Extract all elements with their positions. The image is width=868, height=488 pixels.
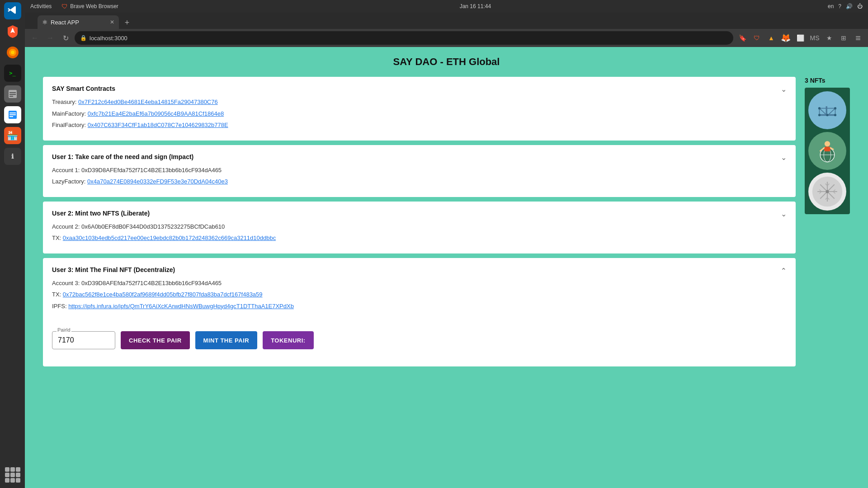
nav-right-icons: 🔖 🛡 ▲ 🦊 ⬜ MS ★ ⊞ ≡ — [736, 32, 864, 44]
svg-point-23 — [834, 114, 836, 116]
ext5-icon[interactable]: ⊞ — [837, 32, 850, 44]
svg-point-19 — [818, 107, 821, 109]
user1-lazy-factory-row: LazyFactory: 0x4a70a274E0894e0332eFD9F53… — [52, 177, 787, 186]
brave-icon[interactable] — [4, 23, 21, 40]
browser-chrome: ⚛ React APP ✕ + ← → ↻ 🔒 localhost:3000 🔖… — [25, 13, 868, 47]
active-tab[interactable]: ⚛ React APP ✕ — [38, 15, 119, 29]
nav-back-button[interactable]: ← — [28, 32, 41, 44]
main-factory-label: MainFactory: — [52, 110, 86, 117]
vscode-icon[interactable] — [4, 2, 21, 19]
smart-contracts-title: SAY Smart Contracts — [52, 85, 787, 92]
treasury-address[interactable]: 0x7F212c64ed0Be4681E4eba14815Fa29047380C… — [78, 99, 218, 105]
topbar-datetime: Jan 16 11:44 — [123, 3, 828, 9]
info-icon[interactable]: ℹ — [4, 148, 21, 165]
svg-rect-5 — [9, 94, 16, 95]
user2-account-label: Account 2: 0x6A0b0EF8dB0F344D0d3D1375232… — [52, 223, 225, 230]
ext3-icon[interactable]: MS — [808, 32, 821, 44]
address-text: localhost:3000 — [90, 35, 127, 42]
topbar-power[interactable]: ⏻ — [857, 3, 863, 9]
svg-rect-4 — [9, 92, 16, 93]
nft-images-container — [805, 88, 850, 214]
svg-point-2 — [11, 51, 14, 54]
final-factory-address[interactable]: 0x407C633F34CfF1ab18dC078C7e104629832b77… — [88, 122, 228, 128]
user3-card: User 3: Mint The Final NFT (Decentralize… — [43, 258, 796, 367]
writer-icon[interactable] — [4, 106, 21, 123]
ubuntu-icon[interactable]: 🏪 — [4, 127, 21, 144]
nav-bar: ← → ↻ 🔒 localhost:3000 🔖 🛡 ▲ 🦊 ⬜ MS ★ ⊞ … — [25, 29, 868, 47]
tokenuri-button[interactable]: TOKENURI: — [263, 331, 313, 349]
user1-lazy-address[interactable]: 0x4a70a274E0894e0332eFD9F53e3e70DdA04c40… — [87, 178, 228, 185]
ext2-icon[interactable]: ⬜ — [794, 32, 807, 44]
user2-tx-address[interactable]: 0xaa30c103b4edb5cd217ee00ec19ebdc82b0b17… — [63, 235, 276, 241]
user3-account-label: Account 3: 0xD39D8AFEfda752f71C4B2E13bb6… — [52, 280, 222, 286]
user3-tx-label: TX: — [52, 291, 61, 298]
ext4-icon[interactable]: ★ — [823, 32, 835, 44]
treasury-row: Treasury: 0x7F212c64ed0Be4681E4eba14815F… — [52, 98, 787, 107]
tab-favicon: ⚛ — [42, 19, 48, 26]
lock-icon: 🔒 — [80, 35, 87, 41]
svg-rect-8 — [9, 113, 16, 113]
input-section: PairId CHECK THE PAIR MINT THE PAIR TOKE… — [52, 331, 787, 349]
user3-ipfs-row: IPFS: https://ipfs.infura.io/ipfs/QmTrY6… — [52, 302, 787, 311]
svg-point-22 — [818, 114, 821, 116]
user1-chevron[interactable]: ⌄ — [781, 153, 787, 162]
brave-label: 🛡 Brave Web Browser — [57, 3, 123, 10]
user3-tx-address[interactable]: 0x72bac562f8e1ce4ba580f2af9689f4dd05bfb2… — [63, 291, 263, 298]
nav-refresh-button[interactable]: ↻ — [59, 32, 72, 44]
activities-label[interactable]: Activities — [25, 3, 57, 9]
address-bar[interactable]: 🔒 localhost:3000 — [75, 31, 733, 45]
user3-chevron[interactable]: ⌄ — [781, 266, 787, 275]
page-title: SAY DAO - ETH Global — [43, 56, 850, 68]
smart-contracts-chevron[interactable]: ⌄ — [781, 85, 787, 94]
user3-ipfs-url[interactable]: https://ipfs.infura.io/ipfs/QmTrY6AiXcKA… — [68, 303, 294, 310]
terminal-icon[interactable]: >_ — [4, 65, 21, 82]
menu-icon[interactable]: ≡ — [852, 32, 864, 44]
nft-2-image — [808, 132, 846, 170]
bookmark-icon[interactable]: 🔖 — [736, 32, 749, 44]
user1-card: User 1: Take care of the need and sign (… — [43, 145, 796, 197]
main-factory-address[interactable]: 0xfc7b21Ea4E2baEf6a7b09056c4B9AA81Cf1864… — [88, 110, 224, 117]
firefox-icon[interactable] — [4, 44, 21, 61]
files-icon[interactable] — [4, 85, 21, 103]
tab-label: React APP — [51, 19, 79, 26]
svg-rect-13 — [826, 106, 828, 114]
user3-tx-row: TX: 0x72bac562f8e1ce4ba580f2af9689f4dd05… — [52, 290, 787, 299]
user2-account-row: Account 2: 0x6A0b0EF8dB0F344D0d3D1375232… — [52, 222, 787, 231]
user1-lazy-label: LazyFactory: — [52, 178, 85, 185]
topbar-volume[interactable]: 🔊 — [846, 3, 853, 9]
svg-rect-29 — [824, 146, 830, 151]
user2-card: User 2: Mint two NFTS (Liberate) ⌄ Accou… — [43, 202, 796, 253]
mint-pair-button[interactable]: MINT THE PAIR — [195, 331, 258, 349]
user1-account-label: Account 1: 0xD39D8AFEfda752f71C4B2E13bb6… — [52, 167, 222, 174]
grid-button[interactable] — [4, 466, 21, 483]
nft-count-label: 3 NFTs — [805, 77, 850, 84]
nav-forward-button[interactable]: → — [44, 32, 57, 44]
check-pair-button[interactable]: CHECK THE PAIR — [121, 331, 190, 349]
user3-account-row: Account 3: 0xD39D8AFEfda752f71C4B2E13bb6… — [52, 279, 787, 288]
pair-id-wrapper: PairId — [52, 331, 115, 349]
user3-title: User 3: Mint The Final NFT (Decentralize… — [52, 266, 787, 273]
new-tab-button[interactable]: + — [121, 16, 133, 29]
taskbar-bottom — [4, 466, 21, 488]
nft-3-image — [808, 173, 846, 211]
content-area: SAY DAO - ETH Global SAY Smart Contracts… — [25, 47, 868, 488]
svg-point-21 — [826, 114, 828, 116]
main-factory-row: MainFactory: 0xfc7b21Ea4E2baEf6a7b09056c… — [52, 109, 787, 118]
pair-id-input[interactable] — [52, 331, 115, 349]
user2-title: User 2: Mint two NFTS (Liberate) — [52, 210, 787, 217]
metamask-icon[interactable]: 🦊 — [779, 32, 792, 44]
final-factory-label: FinalFactory: — [52, 122, 86, 128]
tab-close-icon[interactable]: ✕ — [110, 19, 114, 25]
svg-rect-9 — [9, 114, 16, 115]
user2-chevron[interactable]: ⌄ — [781, 210, 787, 218]
cards-column: SAY Smart Contracts ⌄ Treasury: 0x7F212c… — [43, 77, 796, 371]
brave-shields-icon[interactable]: 🛡 — [750, 32, 763, 44]
user1-title: User 1: Take care of the need and sign (… — [52, 153, 787, 160]
treasury-label: Treasury: — [52, 99, 76, 105]
main-layout: SAY Smart Contracts ⌄ Treasury: 0x7F212c… — [43, 77, 850, 371]
svg-rect-6 — [9, 96, 13, 97]
brave-rewards-icon[interactable]: ▲ — [765, 32, 778, 44]
smart-contracts-card: SAY Smart Contracts ⌄ Treasury: 0x7F212c… — [43, 77, 796, 141]
svg-point-28 — [825, 141, 830, 146]
topbar-help[interactable]: ? — [838, 3, 841, 9]
